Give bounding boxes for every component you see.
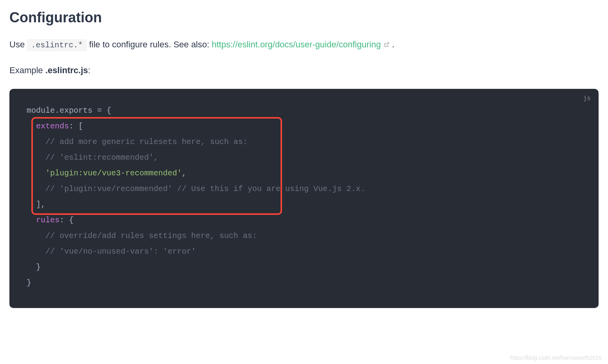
docs-link[interactable]: https://eslint.org/docs/user-guide/confi… [212, 40, 392, 49]
code-token: // override/add rules settings here, suc… [27, 231, 257, 240]
external-link-icon [384, 42, 389, 47]
code-token: // 'eslint:recommended', [27, 153, 158, 162]
code-token: = { [97, 106, 111, 115]
example-filename: .eslintrc.js [45, 65, 88, 75]
code-token: // add more generic rulesets here, such … [27, 137, 248, 146]
code-token: // 'vue/no-unused-vars': 'error' [27, 247, 196, 256]
code-token: , [182, 169, 186, 178]
inline-code-eslintrc: .eslintrc.* [27, 39, 87, 51]
code-token: exports [60, 106, 97, 115]
code-token: rules [27, 216, 60, 225]
svg-line-0 [386, 43, 389, 45]
intro-text-suffix: . [392, 40, 394, 49]
code-token [27, 169, 45, 178]
code-language-label: js [583, 94, 591, 102]
code-token: . [55, 106, 60, 115]
code-token: // 'plugin:vue/recommended' // Use this … [27, 184, 365, 193]
section-heading: Configuration [9, 9, 599, 26]
example-suffix: : [88, 65, 90, 75]
code-token: : [ [69, 122, 83, 131]
example-paragraph: Example .eslintrc.js: [9, 63, 599, 77]
example-prefix: Example [9, 65, 45, 75]
code-token: extends [27, 122, 69, 131]
code-token: module [27, 106, 55, 115]
code-token: 'plugin:vue/vue3-recommended' [45, 169, 182, 178]
code-token: ], [27, 200, 45, 209]
intro-text-prefix: Use [9, 40, 27, 49]
code-block: js module.exports = { extends: [ // add … [9, 89, 599, 308]
intro-text-middle: file to configure rules. See also: [89, 40, 212, 49]
code-content: module.exports = { extends: [ // add mor… [27, 103, 581, 291]
code-token: } [27, 278, 31, 287]
docs-link-text: https://eslint.org/docs/user-guide/confi… [212, 40, 381, 49]
intro-paragraph: Use .eslintrc.* file to configure rules.… [9, 38, 599, 52]
code-token: : { [60, 216, 74, 225]
code-token: } [27, 263, 41, 272]
